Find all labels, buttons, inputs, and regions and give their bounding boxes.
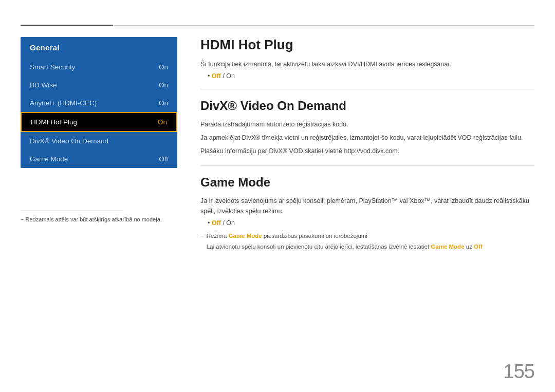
- sidebar-note-divider: [21, 211, 123, 211]
- gamemode-slash: / On: [223, 219, 235, 227]
- sidebar-item-label: HDMI Hot Plug: [31, 118, 77, 126]
- hdmi-slash: / On: [223, 72, 235, 80]
- sidebar-item-game-mode[interactable]: Game Mode Off: [21, 150, 177, 168]
- gamemode-note2-bold: Game Mode: [431, 244, 464, 250]
- hdmi-section: HDMI Hot Plug Šī funkcija tiek izmantota…: [200, 37, 534, 80]
- sidebar-item-label: DivX® Video On Demand: [30, 137, 108, 145]
- hdmi-title: HDMI Hot Plug: [200, 37, 534, 53]
- divx-section: DivX® Video On Demand Parāda izstrādājum…: [200, 99, 534, 156]
- hdmi-bullet: Off / On: [208, 72, 534, 80]
- sidebar-item-value: On: [158, 118, 167, 126]
- sidebar-item-label: Game Mode: [30, 155, 68, 163]
- sidebar-item-label: Anynet+ (HDMI-CEC): [30, 99, 97, 107]
- sidebar-item-value: Off: [159, 155, 168, 163]
- divider-1: [200, 89, 534, 89]
- gamemode-title: Game Mode: [200, 175, 534, 190]
- gamemode-desc: Ja ir izveidots savienojums ar spēļu kon…: [200, 196, 534, 216]
- sidebar-item-label: BD Wise: [30, 81, 57, 89]
- divx-desc2: Ja apmeklējat DivX® tīmekļa vietni un re…: [200, 133, 534, 143]
- divx-desc3: Plašāku informāciju par DivX® VOD skatie…: [200, 146, 534, 156]
- sidebar-header: General: [21, 37, 177, 58]
- gamemode-note2-off: Off: [474, 244, 483, 250]
- sidebar-item-anynet[interactable]: Anynet+ (HDMI-CEC) On: [21, 94, 177, 112]
- divx-desc1: Parāda izstrādājumam autorizēto reģistrā…: [200, 119, 534, 129]
- sidebar-item-value: On: [159, 99, 168, 107]
- gamemode-note1-bold: Game Mode: [229, 233, 262, 239]
- sidebar-item-hdmi-hot-plug[interactable]: HDMI Hot Plug On: [21, 112, 177, 132]
- gamemode-off: Off: [212, 219, 221, 227]
- sidebar-note-area: − Redzamais attēls var būt atšķirīgs atk…: [21, 211, 177, 222]
- main-content: HDMI Hot Plug Šī funkcija tiek izmantota…: [200, 37, 534, 371]
- sidebar-item-smart-security[interactable]: Smart Security On: [21, 58, 177, 76]
- divx-title: DivX® Video On Demand: [200, 99, 534, 113]
- hdmi-desc: Šī funkcija tiek izmantota, lai aktivizē…: [200, 59, 534, 69]
- sidebar-item-label: Smart Security: [30, 63, 76, 71]
- top-decorative-lines: [21, 25, 534, 26]
- hdmi-off: Off: [212, 72, 221, 80]
- gamemode-note2: − Lai atvienotu spēļu konsoli un pievien…: [200, 242, 534, 251]
- sidebar-item-value: On: [159, 63, 168, 71]
- sidebar-note-text: − Redzamais attēls var būt atšķirīgs atk…: [21, 216, 177, 222]
- page-number: 155: [504, 361, 534, 383]
- gamemode-note1: − Režīma Game Mode piesardzības pasākumi…: [200, 232, 534, 240]
- sidebar-item-divx-video[interactable]: DivX® Video On Demand: [21, 132, 177, 150]
- divider-2: [200, 165, 534, 166]
- sidebar-item-bd-wise[interactable]: BD Wise On: [21, 76, 177, 94]
- sidebar-item-value: On: [159, 81, 168, 89]
- top-line-light: [113, 25, 534, 26]
- sidebar: General Smart Security On BD Wise On Any…: [21, 37, 177, 168]
- gamemode-section: Game Mode Ja ir izveidots savienojums ar…: [200, 175, 534, 252]
- gamemode-bullet: Off / On: [208, 219, 534, 227]
- top-line-dark: [21, 25, 113, 26]
